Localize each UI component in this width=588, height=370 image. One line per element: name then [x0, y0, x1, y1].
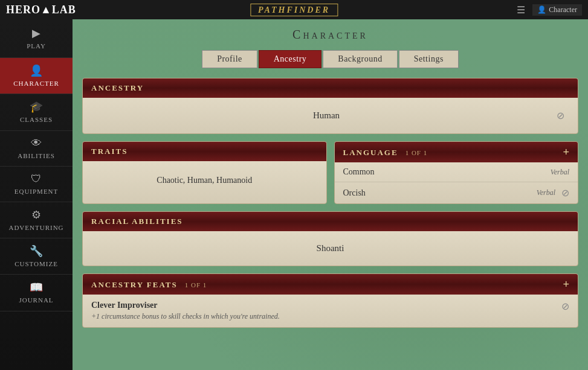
- feat-desc: +1 circumstance bonus to skill checks in…: [91, 312, 561, 321]
- traits-panel: TRAITS Chaotic, Human, Humanoid: [82, 141, 327, 204]
- language-add-button[interactable]: +: [563, 147, 569, 158]
- ancestry-value-row: Human ⊘: [91, 105, 569, 126]
- language-type-orcish: Verbal: [537, 188, 555, 197]
- traits-header: TRAITS: [83, 142, 326, 161]
- ancestry-feats-title-group: ANCESTRY FEATS 1 OF 1: [91, 279, 207, 290]
- racial-abilities-panel: RACIAL ABILITIES Shoanti: [82, 211, 578, 266]
- ancestry-header: ANCESTRY: [83, 78, 578, 98]
- character-icon: 👤: [30, 64, 44, 77]
- language-right-common: Verbal: [551, 168, 569, 177]
- pathfinder-text: PATHFINDER: [250, 4, 338, 16]
- journal-icon: 📖: [30, 281, 44, 294]
- sidebar-label-equipment: Equipment: [15, 188, 59, 196]
- ancestry-feats-title: ANCESTRY FEATS: [91, 280, 178, 289]
- feat-remove-icon[interactable]: ⊘: [561, 301, 569, 312]
- tab-ancestry[interactable]: Ancestry: [259, 50, 322, 68]
- play-icon: ▶: [32, 27, 41, 40]
- classes-icon: 🎓: [30, 100, 44, 113]
- sidebar-item-equipment[interactable]: 🛡 Equipment: [0, 167, 73, 202]
- adventuring-icon: ⚙: [31, 208, 42, 222]
- sidebar-label-character: Character: [13, 80, 59, 88]
- sidebar-item-journal[interactable]: 📖 Journal: [0, 275, 73, 311]
- panels-container: ANCESTRY Human ⊘ TRAITS Chaot: [73, 78, 588, 345]
- ancestry-feats-count: 1 OF 1: [185, 281, 207, 289]
- language-row-orcish: Orcish Verbal ⊘: [335, 182, 578, 203]
- racial-abilities-header: RACIAL ABILITIES: [83, 212, 578, 231]
- language-title: LANGUAGE: [343, 148, 398, 157]
- ancestry-body: Human ⊘: [83, 98, 578, 133]
- racial-abilities-body: Shoanti: [83, 231, 578, 266]
- equipment-icon: 🛡: [31, 173, 42, 185]
- racial-abilities-value: Shoanti: [96, 243, 564, 254]
- page-title: Character: [73, 19, 588, 50]
- logo: HERO▲LAB: [6, 4, 76, 16]
- customize-icon: 🔧: [30, 244, 44, 258]
- sidebar-item-adventuring[interactable]: ⚙ Adventuring: [0, 202, 73, 238]
- racial-abilities-title: RACIAL ABILITIES: [91, 217, 183, 226]
- character-badge[interactable]: 👤 Character: [532, 4, 582, 16]
- ancestry-feats-list: Clever Improviser +1 circumstance bonus …: [83, 295, 578, 327]
- ancestry-feats-add-button[interactable]: +: [563, 279, 569, 290]
- sidebar-item-abilities[interactable]: 👁 Abilities: [0, 131, 73, 167]
- logo-text: HERO▲LAB: [6, 4, 76, 16]
- main-layout: ▶ Play 👤 Character 🎓 Classes 👁 Abilities…: [0, 19, 588, 370]
- language-title-group: LANGUAGE 1 OF 1: [343, 147, 428, 158]
- tab-settings[interactable]: Settings: [399, 50, 459, 68]
- language-header: LANGUAGE 1 OF 1 +: [335, 142, 578, 162]
- character-badge-label: Character: [549, 5, 577, 14]
- top-bar: HERO▲LAB PATHFINDER ☰ 👤 Character: [0, 0, 588, 19]
- tab-background[interactable]: Background: [323, 50, 397, 68]
- language-name-orcish: Orcish: [343, 188, 366, 198]
- tabs-bar: Profile Ancestry Background Settings: [73, 50, 588, 68]
- traits-body: Chaotic, Human, Humanoid: [83, 161, 326, 200]
- person-icon: 👤: [537, 5, 546, 14]
- ancestry-feats-header: ANCESTRY FEATS 1 OF 1 +: [83, 274, 578, 295]
- ancestry-title: ANCESTRY: [91, 83, 144, 93]
- abilities-icon: 👁: [31, 137, 42, 150]
- sidebar-label-adventuring: Adventuring: [8, 224, 63, 232]
- sidebar-item-character[interactable]: 👤 Character: [0, 58, 73, 94]
- traits-value: Chaotic, Human, Humanoid: [91, 168, 318, 193]
- traits-language-row: TRAITS Chaotic, Human, Humanoid LANGUAGE…: [82, 141, 578, 204]
- feat-content: Clever Improviser +1 circumstance bonus …: [91, 301, 561, 321]
- feat-item-clever-improviser: Clever Improviser +1 circumstance bonus …: [83, 295, 578, 327]
- content-area: Character Profile Ancestry Background Se…: [73, 19, 588, 370]
- language-remove-orcish[interactable]: ⊘: [561, 187, 569, 199]
- feat-name: Clever Improviser: [91, 301, 561, 310]
- ancestry-remove-icon[interactable]: ⊘: [557, 110, 564, 121]
- language-row-common: Common Verbal: [335, 162, 578, 182]
- ancestry-panel: ANCESTRY Human ⊘: [82, 78, 578, 134]
- language-name-common: Common: [343, 167, 375, 177]
- sidebar-label-customize: Customize: [15, 260, 58, 268]
- sidebar-item-play[interactable]: ▶ Play: [0, 19, 73, 58]
- sidebar-label-play: Play: [27, 42, 46, 50]
- sidebar-item-classes[interactable]: 🎓 Classes: [0, 94, 73, 130]
- sidebar-label-abilities: Abilities: [18, 152, 55, 160]
- menu-icon[interactable]: ☰: [517, 4, 525, 16]
- sidebar: ▶ Play 👤 Character 🎓 Classes 👁 Abilities…: [0, 19, 73, 370]
- ancestry-feats-panel: ANCESTRY FEATS 1 OF 1 + Clever Improvise…: [82, 273, 578, 328]
- traits-title: TRAITS: [91, 147, 128, 156]
- language-type-common: Verbal: [551, 168, 569, 177]
- top-bar-right: ☰ 👤 Character: [517, 4, 582, 16]
- language-right-orcish: Verbal ⊘: [537, 187, 569, 199]
- page-title-text: Character: [292, 28, 368, 41]
- language-panel: LANGUAGE 1 OF 1 + Common Verbal: [334, 141, 579, 204]
- pathfinder-logo: PATHFINDER: [250, 4, 338, 15]
- language-list: Common Verbal Orcish Verbal ⊘: [335, 162, 578, 203]
- sidebar-item-customize[interactable]: 🔧 Customize: [0, 238, 73, 275]
- ancestry-value: Human: [96, 110, 557, 121]
- language-count: 1 OF 1: [405, 149, 428, 156]
- sidebar-label-classes: Classes: [20, 116, 53, 124]
- sidebar-label-journal: Journal: [19, 296, 53, 304]
- tab-profile[interactable]: Profile: [202, 50, 257, 68]
- racial-abilities-value-row: Shoanti: [91, 238, 569, 258]
